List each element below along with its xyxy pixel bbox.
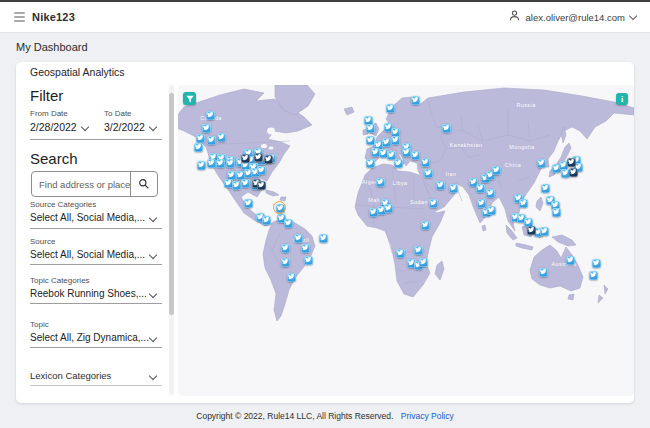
map-marker[interactable] <box>537 159 546 168</box>
map-marker[interactable] <box>436 181 445 190</box>
map-marker[interactable] <box>384 204 393 213</box>
map-marker[interactable] <box>419 258 428 267</box>
field-value[interactable]: Select All, Zig Dynamica,... <box>30 332 166 343</box>
map-marker[interactable] <box>382 138 391 147</box>
map-marker[interactable] <box>421 158 430 167</box>
map-marker[interactable] <box>319 234 328 243</box>
source-select[interactable]: Source Select All, Social Media,... <box>30 237 166 260</box>
map-marker[interactable] <box>396 249 405 258</box>
map-marker[interactable] <box>226 159 235 168</box>
map-marker[interactable] <box>262 216 271 225</box>
map-marker[interactable] <box>194 143 203 152</box>
map-marker[interactable] <box>241 179 250 188</box>
to-date-value[interactable]: 3/2/2022 <box>104 121 145 133</box>
map-marker[interactable] <box>366 159 375 168</box>
field-value[interactable]: Select All, Social Media,... <box>30 249 166 260</box>
map-marker[interactable] <box>304 256 313 265</box>
map-marker[interactable] <box>301 244 310 253</box>
map-marker[interactable] <box>244 199 253 208</box>
chevron-down-icon[interactable] <box>81 123 89 131</box>
map-marker[interactable] <box>202 124 211 133</box>
map-marker[interactable] <box>284 219 293 228</box>
menu-icon[interactable] <box>14 12 25 22</box>
map-marker[interactable] <box>196 134 205 143</box>
map-marker[interactable] <box>424 169 433 178</box>
field-label[interactable]: Lexicon Categories <box>30 370 166 381</box>
map-marker[interactable] <box>294 234 303 243</box>
map-marker[interactable] <box>414 246 423 255</box>
map-marker[interactable] <box>281 258 290 267</box>
map-marker[interactable] <box>386 104 395 113</box>
source-categories-select[interactable]: Source Categories Select All, Social Med… <box>30 200 166 223</box>
user-menu[interactable]: alex.oliver@rule14.com <box>508 8 636 26</box>
search-icon <box>138 178 150 190</box>
map-marker[interactable] <box>376 178 385 187</box>
from-date-field[interactable]: From Date 2/28/2022 <box>30 109 77 133</box>
map-marker[interactable] <box>569 168 578 177</box>
geospatial-map[interactable]: CanadaRussiaKazakhstanMongoliaChinaIranL… <box>178 85 634 396</box>
map-marker[interactable] <box>207 136 216 145</box>
map-marker[interactable] <box>566 256 575 265</box>
map-marker[interactable] <box>449 184 458 193</box>
map-marker[interactable] <box>486 189 495 198</box>
map-marker[interactable] <box>217 133 226 142</box>
map-marker[interactable] <box>592 259 601 268</box>
search-button[interactable] <box>130 172 157 196</box>
map-marker[interactable] <box>216 159 225 168</box>
map-marker[interactable] <box>257 166 266 175</box>
map-marker[interactable] <box>387 151 396 160</box>
map-marker-highlighted[interactable] <box>276 204 285 213</box>
map-marker[interactable] <box>411 151 420 160</box>
map-marker[interactable] <box>519 199 528 208</box>
map-marker[interactable] <box>394 159 403 168</box>
search-box <box>31 171 158 197</box>
map-marker[interactable] <box>552 208 561 217</box>
map-marker[interactable] <box>539 268 548 277</box>
search-input[interactable] <box>32 172 130 196</box>
to-date-field[interactable]: To Date 3/2/2022 <box>104 109 145 133</box>
map-info-button[interactable]: i <box>616 93 628 105</box>
from-date-value[interactable]: 2/28/2022 <box>30 121 77 133</box>
map-marker[interactable] <box>366 124 375 133</box>
privacy-policy-link[interactable]: Privacy Policy <box>401 411 454 421</box>
map-marker[interactable] <box>254 153 263 162</box>
map-marker[interactable] <box>442 124 451 133</box>
map-marker[interactable] <box>421 221 430 230</box>
map-marker[interactable] <box>477 199 486 208</box>
map-marker[interactable] <box>232 181 241 190</box>
map-marker[interactable] <box>257 181 266 190</box>
map-marker[interactable] <box>402 148 411 157</box>
field-label: Topic <box>30 320 166 329</box>
map-marker[interactable] <box>241 154 250 163</box>
map-marker[interactable] <box>429 199 438 208</box>
map-marker[interactable] <box>264 155 273 164</box>
map-marker[interactable] <box>541 184 550 193</box>
map-marker[interactable] <box>287 273 296 282</box>
map-filter-button[interactable] <box>183 92 196 105</box>
map-marker[interactable] <box>391 136 400 145</box>
topic-select[interactable]: Topic Select All, Zig Dynamica,... <box>30 320 166 343</box>
funnel-icon <box>185 94 195 104</box>
filter-scrollbar-track[interactable] <box>169 85 174 395</box>
map-marker[interactable] <box>540 227 549 236</box>
topic-categories-select[interactable]: Topic Categories Reebok Running Shoes,..… <box>30 276 166 299</box>
divider <box>30 303 162 304</box>
map-marker[interactable] <box>207 159 216 168</box>
map-marker[interactable] <box>206 111 215 120</box>
map-marker[interactable] <box>476 184 485 193</box>
map-marker[interactable] <box>487 206 496 215</box>
user-icon <box>508 8 521 26</box>
to-date-label: To Date <box>104 109 145 118</box>
map-marker[interactable] <box>589 271 598 280</box>
map-marker[interactable] <box>527 226 536 235</box>
field-value[interactable]: Reebok Running Shoes,... <box>30 288 166 299</box>
lexicon-categories-select[interactable]: Lexicon Categories <box>30 370 166 381</box>
field-value[interactable]: Select All, Social Media,... <box>30 212 166 223</box>
map-marker[interactable] <box>281 244 290 253</box>
chevron-down-icon[interactable] <box>149 123 157 131</box>
map-marker[interactable] <box>197 161 206 170</box>
map-marker[interactable] <box>567 158 576 167</box>
filter-scrollbar-thumb[interactable] <box>169 93 174 315</box>
map-marker[interactable] <box>411 96 420 105</box>
map-marker[interactable] <box>492 166 501 175</box>
